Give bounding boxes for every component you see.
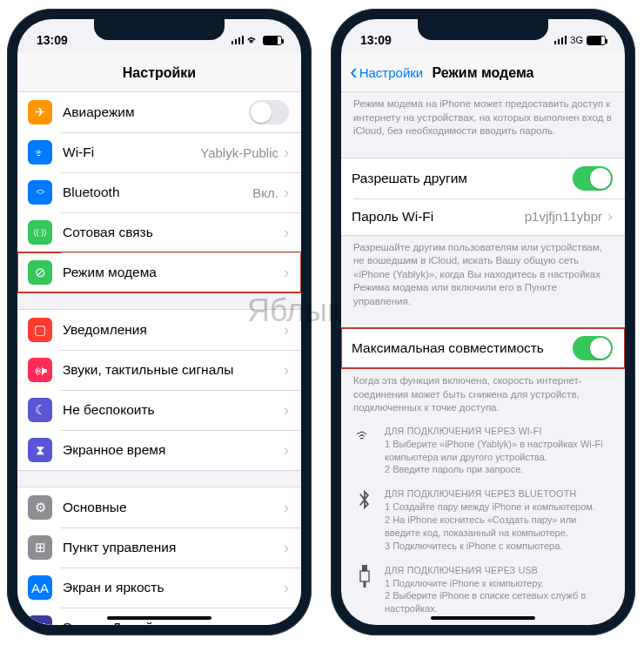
- bluetooth-icon: [353, 488, 376, 552]
- bluetooth-icon: ⌔: [28, 180, 52, 205]
- row-label: Bluetooth: [63, 185, 247, 200]
- settings-row-bluetooth[interactable]: ⌔BluetoothВкл.›: [17, 172, 301, 212]
- cellular-signal-icon: [231, 36, 245, 44]
- settings-row-display[interactable]: AAЭкран и яркость›: [17, 568, 301, 608]
- notch: [94, 19, 225, 40]
- instruction-title: ДЛЯ ПОДКЛЮЧЕНИЯ ЧЕРЕЗ BLUETOOTH: [385, 488, 613, 499]
- wifi-icon: ᯤ: [28, 140, 52, 165]
- chevron-right-icon: ›: [284, 321, 289, 339]
- row-label: Максимальная совместимость: [352, 340, 573, 356]
- settings-row-sounds[interactable]: 🕪Звуки, тактильные сигналы›: [17, 350, 301, 390]
- row-label: Уведомления: [63, 322, 278, 338]
- instruction-block: ДЛЯ ПОДКЛЮЧЕНИЯ ЧЕРЕЗ USB1 Подключите iP…: [341, 558, 625, 621]
- chevron-right-icon: ›: [284, 579, 289, 597]
- chevron-right-icon: ›: [284, 264, 289, 282]
- toggle-switch[interactable]: [573, 336, 613, 360]
- chevron-right-icon: ›: [284, 539, 289, 557]
- nav-bar: Настройки: [17, 54, 301, 92]
- row-label: Звуки, тактильные сигналы: [63, 362, 278, 378]
- section-header-text: Режим модема на iPhone может предоставит…: [341, 92, 625, 142]
- chevron-right-icon: ›: [284, 499, 289, 517]
- instruction-title: ДЛЯ ПОДКЛЮЧЕНИЯ ЧЕРЕЗ WI-FI: [385, 426, 613, 436]
- wifi-status-icon: ᯤ: [247, 33, 259, 47]
- toggle-switch[interactable]: [573, 166, 613, 191]
- homescreen-icon: ▦: [28, 615, 52, 625]
- row-label: Пароль Wi-Fi: [352, 209, 520, 225]
- status-time: 13:09: [360, 33, 392, 47]
- row-label: Экран и яркость: [63, 580, 278, 595]
- airplane-icon: ✈: [28, 100, 52, 124]
- settings-row-controlcenter[interactable]: ⊞Пункт управления›: [17, 527, 301, 568]
- chevron-right-icon: ›: [284, 619, 289, 626]
- settings-list[interactable]: ✈АвиарежимᯤWi-FiYablyk-Public›⌔Bluetooth…: [17, 92, 301, 625]
- chevron-right-icon: ›: [284, 401, 289, 420]
- row-label: Авиарежим: [63, 104, 249, 120]
- settings-row-screentime[interactable]: ⧗Экранное время›: [17, 430, 301, 470]
- instruction-step: 2 На iPhone коснитесь «Создать пару» или…: [385, 514, 613, 540]
- settings-row-airplane[interactable]: ✈Авиарежим: [17, 92, 301, 132]
- cellular-signal-icon: [554, 36, 567, 44]
- row-label: Экран «Домой»: [63, 620, 278, 625]
- nav-title: Настройки: [123, 65, 196, 81]
- chevron-right-icon: ›: [284, 361, 289, 380]
- home-indicator[interactable]: [431, 616, 535, 620]
- settings-row-general[interactable]: ⚙Основные›: [17, 487, 301, 527]
- hotspot-icon: ⊘: [28, 260, 52, 285]
- hotspot-settings[interactable]: Режим модема на iPhone может предоставит…: [341, 92, 625, 625]
- row-label: Режим модема: [63, 265, 278, 280]
- svg-rect-1: [360, 571, 369, 581]
- instruction-step: 2 Выберите iPhone в списке сетевых служб…: [385, 589, 613, 615]
- toggle-switch[interactable]: [249, 100, 289, 124]
- nav-title: Режим модема: [433, 65, 534, 81]
- settings-row-wifi[interactable]: ᯤWi-FiYablyk-Public›: [17, 132, 301, 172]
- network-type: 3G: [570, 35, 583, 45]
- row-label: Пункт управления: [63, 540, 278, 555]
- row-value: Вкл.: [252, 185, 278, 200]
- instruction-block: ДЛЯ ПОДКЛЮЧЕНИЯ ЧЕРЕЗ BLUETOOTH1 Создайт…: [341, 481, 625, 557]
- row-label: Основные: [63, 500, 278, 515]
- home-indicator[interactable]: [107, 616, 211, 620]
- settings-row-notifications[interactable]: ▢Уведомления›: [17, 310, 301, 350]
- chevron-right-icon: ›: [284, 224, 289, 242]
- instruction-title: ДЛЯ ПОДКЛЮЧЕНИЯ ЧЕРЕЗ USB: [385, 565, 613, 575]
- section-footer-text: Когда эта функция включена, скорость инт…: [341, 369, 625, 419]
- hotspot-row[interactable]: Разрешать другим: [341, 158, 625, 198]
- instruction-step: 3 Подключитесь к iPhone с компьютера.: [385, 540, 613, 553]
- chevron-right-icon: ›: [284, 144, 289, 162]
- dnd-icon: ☾: [28, 398, 52, 422]
- sounds-icon: 🕪: [28, 358, 52, 382]
- row-label: Сотовая связь: [63, 225, 278, 240]
- settings-row-cellular[interactable]: ((·))Сотовая связь›: [17, 212, 301, 252]
- notifications-icon: ▢: [28, 318, 52, 342]
- row-label: Разрешать другим: [352, 171, 573, 186]
- hotspot-row[interactable]: Пароль Wi-Fip1vjfjn11ybpr›: [341, 198, 625, 235]
- battery-icon: [263, 36, 282, 45]
- chevron-right-icon: ›: [284, 184, 289, 202]
- instruction-step: 1 Создайте пару между iPhone и компьютер…: [385, 501, 613, 514]
- notch: [418, 19, 548, 40]
- settings-row-hotspot[interactable]: ⊘Режим модема›: [17, 252, 301, 292]
- instruction-step: 1 Выберите «iPhone (Yablyk)» в настройка…: [385, 438, 613, 464]
- max-compatibility-row[interactable]: Максимальная совместимость: [341, 328, 625, 368]
- display-icon: AA: [28, 575, 52, 600]
- row-value: p1vjfjn11ybpr: [525, 209, 602, 224]
- svg-rect-2: [364, 581, 366, 588]
- section-footer-text: Разрешайте другим пользователям или устр…: [341, 236, 625, 312]
- screentime-icon: ⧗: [28, 438, 52, 462]
- row-value: Yablyk-Public: [200, 145, 278, 160]
- instruction-block: ᯤДЛЯ ПОДКЛЮЧЕНИЯ ЧЕРЕЗ WI-FI1 Выберите «…: [341, 419, 625, 482]
- phone-right: 13:09 3G Настройки Режим модема Режим мо…: [331, 9, 635, 635]
- controlcenter-icon: ⊞: [28, 535, 52, 560]
- battery-icon: [587, 36, 606, 45]
- general-icon: ⚙: [28, 495, 52, 520]
- cellular-icon: ((·)): [28, 220, 52, 245]
- status-time: 13:09: [37, 33, 68, 47]
- nav-bar: Настройки Режим модема: [341, 54, 625, 92]
- chevron-right-icon: ›: [607, 207, 613, 225]
- back-button[interactable]: Настройки: [350, 65, 423, 80]
- row-label: Wi-Fi: [63, 144, 195, 160]
- row-label: Не беспокоить: [63, 402, 278, 418]
- svg-rect-0: [362, 565, 367, 571]
- settings-row-dnd[interactable]: ☾Не беспокоить›: [17, 390, 301, 430]
- chevron-right-icon: ›: [284, 441, 289, 460]
